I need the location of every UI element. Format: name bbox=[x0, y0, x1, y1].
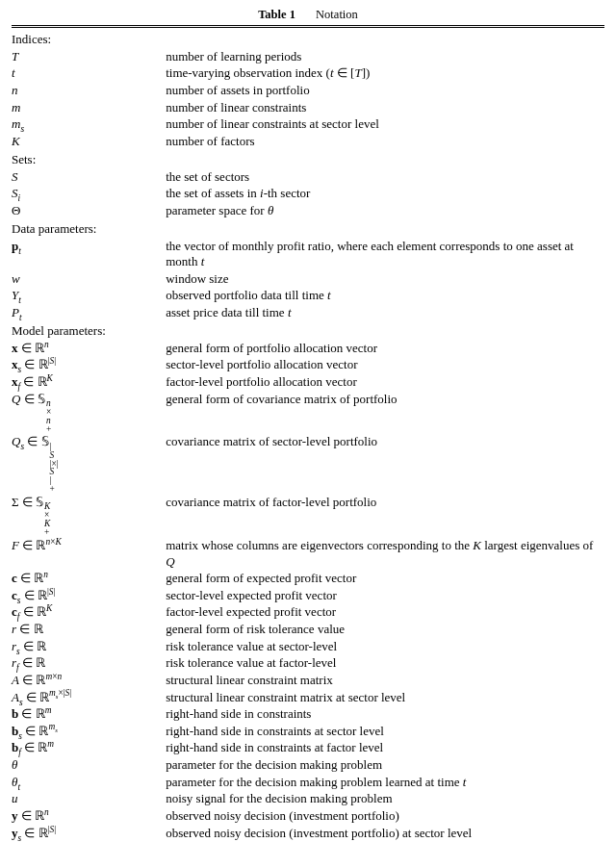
table-row: cf ∈ ℝKfactor-level expected profit vect… bbox=[12, 604, 604, 622]
symbol-cell: T bbox=[12, 48, 166, 65]
table-row: Ytobserved portfolio data till time t bbox=[12, 288, 604, 305]
symbol-cell: K bbox=[12, 133, 166, 150]
desc-cell: the vector of monthly profit ratio, wher… bbox=[166, 238, 604, 270]
section-indices: Indices: bbox=[12, 30, 604, 48]
symbol-cell: r ∈ ℝ bbox=[12, 622, 166, 639]
symbol-cell: m bbox=[12, 99, 166, 116]
desc-cell: sector-level portfolio allocation vector bbox=[166, 357, 604, 374]
table-caption: Notation bbox=[316, 8, 358, 21]
section-label: Indices: bbox=[12, 30, 604, 48]
symbol-cell: rf ∈ ℝ bbox=[12, 655, 166, 673]
table-row: θtparameter for the decision making prob… bbox=[12, 774, 604, 791]
table-row: unoisy signal for the decision making pr… bbox=[12, 791, 604, 808]
symbol-cell: y ∈ ℝn bbox=[12, 807, 166, 825]
desc-cell: right-hand side in constraints at sector… bbox=[166, 723, 604, 740]
table-row: bs ∈ ℝmsright-hand side in constraints a… bbox=[12, 723, 604, 740]
table-row: nnumber of assets in portfolio bbox=[12, 82, 604, 99]
symbol-cell: Yt bbox=[12, 288, 166, 305]
desc-cell: parameter space for θ bbox=[166, 202, 604, 219]
table-row: Σ ∈ 𝕊K×K+covariance matrix of factor-lev… bbox=[12, 495, 604, 538]
table-row: r ∈ ℝgeneral form of risk tolerance valu… bbox=[12, 622, 604, 639]
table-row: Q ∈ 𝕊n×n+general form of covariance matr… bbox=[12, 391, 604, 434]
desc-cell: general form of portfolio allocation vec… bbox=[166, 340, 604, 357]
section-dataparams: Data parameters: bbox=[12, 219, 604, 238]
desc-cell: factor-level portfolio allocation vector bbox=[166, 374, 604, 392]
desc-cell: noisy signal for the decision making pro… bbox=[166, 791, 604, 808]
symbol-cell: Pt bbox=[12, 305, 166, 322]
desc-cell: time-varying observation index (t ∈ [T]) bbox=[166, 65, 604, 83]
symbol-cell: x ∈ ℝn bbox=[12, 340, 166, 357]
desc-cell: window size bbox=[166, 270, 604, 288]
table-row: b ∈ ℝmright-hand side in constraints bbox=[12, 706, 604, 724]
desc-cell: the set of sectors bbox=[166, 168, 604, 186]
table-row: mnumber of linear constraints bbox=[12, 99, 604, 116]
symbol-cell: c ∈ ℝn bbox=[12, 571, 166, 588]
table-row: cs ∈ ℝ|S|sector-level expected profit ve… bbox=[12, 587, 604, 604]
symbol-cell: n bbox=[12, 82, 166, 99]
desc-cell: general form of risk tolerance value bbox=[166, 622, 604, 639]
symbol-cell: A ∈ ℝm×n bbox=[12, 672, 166, 689]
notation-table: Indices: Tnumber of learning periods tti… bbox=[12, 30, 604, 842]
desc-cell: number of learning periods bbox=[166, 48, 604, 65]
symbol-cell: S bbox=[12, 168, 166, 186]
table-row: ptthe vector of monthly profit ratio, wh… bbox=[12, 238, 604, 270]
symbol-cell: bs ∈ ℝms bbox=[12, 723, 166, 740]
desc-cell: factor-level expected profit vector bbox=[166, 604, 604, 622]
desc-cell: asset price data till time t bbox=[166, 305, 604, 322]
symbol-cell: Σ ∈ 𝕊K×K+ bbox=[12, 495, 166, 538]
desc-cell: observed noisy decision (investment port… bbox=[166, 807, 604, 825]
table-title: Table 1 Notation bbox=[12, 8, 604, 25]
desc-cell: general form of expected profit vector bbox=[166, 571, 604, 588]
table-row: Θparameter space for θ bbox=[12, 202, 604, 219]
symbol-cell: θ bbox=[12, 757, 166, 775]
symbol-cell: rs ∈ ℝ bbox=[12, 638, 166, 655]
table-row: ys ∈ ℝ|S|observed noisy decision (invest… bbox=[12, 825, 604, 842]
desc-cell: number of factors bbox=[166, 133, 604, 150]
desc-cell: number of linear constraints bbox=[166, 99, 604, 116]
table-row: ttime-varying observation index (t ∈ [T]… bbox=[12, 65, 604, 83]
table-row: Knumber of factors bbox=[12, 133, 604, 150]
symbol-cell: θt bbox=[12, 774, 166, 791]
table-row: As ∈ ℝms×|S|structural linear constraint… bbox=[12, 689, 604, 706]
table-row: Sthe set of sectors bbox=[12, 168, 604, 186]
symbol-cell: xf ∈ ℝK bbox=[12, 374, 166, 392]
symbol-cell: t bbox=[12, 65, 166, 83]
symbol-cell: b ∈ ℝm bbox=[12, 706, 166, 724]
symbol-cell: Q ∈ 𝕊n×n+ bbox=[12, 391, 166, 434]
table-row: θparameter for the decision making probl… bbox=[12, 757, 604, 775]
table-row: bf ∈ ℝmright-hand side in constraints at… bbox=[12, 740, 604, 757]
table-row: Tnumber of learning periods bbox=[12, 48, 604, 65]
desc-cell: risk tolerance value at factor-level bbox=[166, 655, 604, 673]
table-row: rs ∈ ℝrisk tolerance value at sector-lev… bbox=[12, 638, 604, 655]
symbol-cell: cf ∈ ℝK bbox=[12, 604, 166, 622]
table-row: x ∈ ℝngeneral form of portfolio allocati… bbox=[12, 340, 604, 357]
desc-cell: sector-level expected profit vector bbox=[166, 587, 604, 604]
symbol-cell: cs ∈ ℝ|S| bbox=[12, 587, 166, 604]
section-label: Model parameters: bbox=[12, 321, 604, 340]
desc-cell: parameter for the decision making proble… bbox=[166, 774, 604, 791]
table-row: xs ∈ ℝ|S|sector-level portfolio allocati… bbox=[12, 357, 604, 374]
section-modelparams: Model parameters: bbox=[12, 321, 604, 340]
symbol-cell: u bbox=[12, 791, 166, 808]
symbol-cell: As ∈ ℝms×|S| bbox=[12, 689, 166, 706]
desc-cell: right-hand side in constraints bbox=[166, 706, 604, 724]
symbol-cell: pt bbox=[12, 238, 166, 270]
desc-cell: the set of assets in i-th sector bbox=[166, 186, 604, 203]
symbol-cell: w bbox=[12, 270, 166, 288]
table-row: rf ∈ ℝrisk tolerance value at factor-lev… bbox=[12, 655, 604, 673]
table-row: Sithe set of assets in i-th sector bbox=[12, 186, 604, 203]
desc-cell: parameter for the decision making proble… bbox=[166, 757, 604, 775]
section-label: Data parameters: bbox=[12, 219, 604, 238]
desc-cell: number of linear constraints at sector l… bbox=[166, 116, 604, 134]
table-row: Qs ∈ 𝕊|S|×|S|+covariance matrix of secto… bbox=[12, 434, 604, 495]
section-label: Sets: bbox=[12, 150, 604, 168]
desc-cell: observed noisy decision (investment port… bbox=[166, 825, 604, 842]
desc-cell: general form of covariance matrix of por… bbox=[166, 391, 604, 434]
table-row: msnumber of linear constraints at sector… bbox=[12, 116, 604, 134]
table-row: xf ∈ ℝKfactor-level portfolio allocation… bbox=[12, 374, 604, 392]
symbol-cell: ms bbox=[12, 116, 166, 134]
desc-cell: number of assets in portfolio bbox=[166, 82, 604, 99]
rule-top bbox=[12, 25, 604, 28]
desc-cell: matrix whose columns are eigenvectors co… bbox=[166, 537, 604, 570]
table-row: F ∈ ℝn×Kmatrix whose columns are eigenve… bbox=[12, 537, 604, 570]
